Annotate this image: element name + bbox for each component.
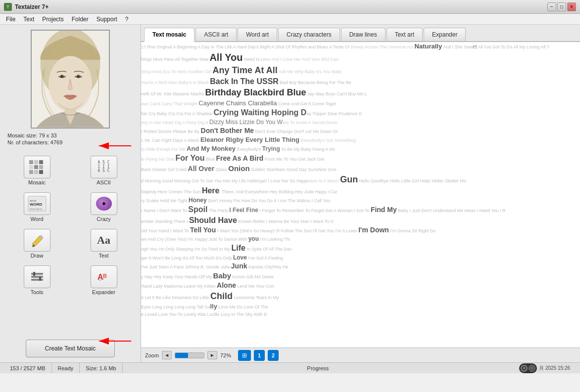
svg-rect-21	[31, 276, 43, 278]
mosaic-label: Mosaic	[28, 179, 46, 185]
tab-ascii-art[interactable]: ASCII art	[195, 28, 237, 41]
tab-crazy-characters[interactable]: Crazy characters	[278, 28, 340, 41]
size-text: Size: 1.6 Mb	[86, 365, 116, 371]
zoom-right-arrow[interactable]: ►	[207, 351, 217, 359]
app-icon: T	[4, 3, 12, 11]
tool-mosaic[interactable]: Mosaic	[5, 154, 69, 187]
svg-text:B: B	[103, 273, 107, 279]
progress-text: Progress	[307, 365, 329, 371]
svg-rect-9	[34, 160, 38, 164]
mosaic-size: Mosaic size: 79 x 33	[7, 132, 62, 138]
expander-button[interactable]: A B	[91, 265, 117, 288]
zoom-left-arrow[interactable]: ◄	[162, 351, 172, 359]
menu-text[interactable]: Text	[19, 15, 38, 24]
window-title: Textaizer 7+	[15, 3, 48, 10]
bottom-toolbar: Zoom ◄ ► 72% ⊞ 1 2	[141, 348, 580, 362]
title-bar: T Textaizer 7+ − □ ×	[0, 0, 580, 14]
mosaic-button[interactable]	[24, 156, 50, 178]
menu-projects[interactable]: Projects	[38, 15, 67, 24]
draw-label: Draw	[31, 253, 44, 259]
tool-crazy[interactable]: ✦ Crazy	[72, 190, 136, 224]
svg-rect-14	[29, 170, 33, 174]
word-button[interactable]: word WORD Word Word	[24, 192, 50, 215]
svg-rect-8	[29, 160, 33, 164]
status-memory: 153 / 2527 MB	[4, 363, 52, 373]
create-mosaic-button[interactable]: Create Text Mosaic	[26, 340, 115, 357]
tool-word[interactable]: word WORD Word Word Word	[5, 190, 69, 224]
menu-support[interactable]: Support	[93, 15, 121, 24]
tool-expander[interactable]: A B Expander	[72, 263, 136, 297]
svg-rect-23	[31, 279, 43, 281]
svg-point-6	[79, 75, 80, 76]
svg-text:WORD: WORD	[30, 202, 43, 207]
zoom-label: Zoom	[145, 352, 159, 358]
tools-button[interactable]	[24, 265, 50, 288]
status-size: Size: 1.6 Mb	[80, 363, 122, 373]
status-datetime: + ○ 月 2025 15:26	[513, 363, 576, 373]
ascii-button[interactable]: A S C I I I A S C	[91, 156, 117, 178]
zoom-percent: 72%	[220, 352, 235, 358]
tabs-bar: Text mosaic ASCII art Word art Crazy cha…	[141, 25, 580, 42]
menu-folder[interactable]: Folder	[68, 15, 93, 24]
memory-text: 153 / 2527 MB	[10, 365, 46, 371]
text-label: Text	[98, 253, 108, 259]
svg-rect-13	[39, 165, 43, 169]
menu-file[interactable]: File	[2, 15, 19, 24]
tool-tools[interactable]: Tools	[5, 263, 69, 297]
status-bar: 153 / 2527 MB Ready Size: 1.6 Mb Progres…	[0, 362, 580, 373]
status-progress: Progress	[123, 365, 514, 371]
menu-bar: File Text Projects Folder Support ?	[0, 14, 580, 25]
nr-characters: Nr. of characters: 4769	[7, 139, 62, 145]
svg-rect-12	[34, 165, 38, 169]
text-button[interactable]: Aa	[91, 229, 117, 252]
expander-label: Expander	[92, 289, 115, 295]
main-container: Mosaic size: 79 x 33 Nr. of characters: …	[0, 25, 580, 362]
fit-button[interactable]: ⊞	[238, 350, 251, 361]
tools-grid: Mosaic A S C I I I A S C ASCII	[5, 154, 136, 297]
svg-rect-11	[29, 165, 33, 169]
svg-text:Word Word: Word Word	[30, 208, 42, 211]
svg-rect-15	[34, 170, 38, 174]
tab-text-art[interactable]: Text art	[387, 28, 423, 41]
tool-ascii[interactable]: A S C I I I A S C ASCII	[72, 154, 136, 187]
svg-rect-25	[39, 277, 41, 281]
left-panel: Mosaic size: 79 x 33 Nr. of characters: …	[0, 25, 141, 362]
zoom-slider-track	[175, 352, 204, 358]
right-panel: Text mosaic ASCII art Word art Crazy cha…	[141, 25, 580, 362]
svg-rect-22	[31, 273, 43, 275]
svg-rect-24	[33, 272, 35, 276]
ascii-label: ASCII	[97, 179, 111, 185]
tab-draw-lines[interactable]: Draw lines	[341, 28, 386, 41]
minimize-button[interactable]: −	[547, 2, 556, 11]
tool-draw[interactable]: Draw	[5, 227, 69, 261]
restore-button[interactable]: □	[557, 2, 566, 11]
svg-point-3	[61, 75, 64, 78]
tools-label: Tools	[31, 289, 44, 295]
svg-point-4	[77, 75, 80, 78]
svg-point-5	[62, 75, 63, 76]
crazy-label: Crazy	[97, 216, 111, 222]
preview-image	[31, 30, 110, 129]
crazy-button[interactable]: ✦	[91, 192, 117, 215]
status-ready: Ready	[52, 363, 80, 373]
page2-button[interactable]: 2	[268, 350, 279, 361]
tool-text[interactable]: Aa Text	[72, 227, 136, 261]
draw-button[interactable]	[24, 229, 50, 252]
ready-text: Ready	[58, 365, 74, 371]
tab-text-mosaic[interactable]: Text mosaic	[144, 28, 194, 42]
tab-word-art[interactable]: Word art	[238, 28, 277, 41]
datetime-text: 月 2025 15:26	[539, 365, 570, 372]
mosaic-info: Mosaic size: 79 x 33 Nr. of characters: …	[7, 132, 62, 146]
page1-button[interactable]: 1	[254, 350, 265, 361]
tab-expander[interactable]: Expander	[424, 28, 466, 41]
svg-rect-10	[39, 160, 43, 164]
close-button[interactable]: ×	[567, 2, 576, 11]
canvas-area: 1? Rne Original A Beginning A Day In The…	[141, 42, 580, 348]
svg-rect-16	[39, 170, 43, 174]
menu-help[interactable]: ?	[121, 15, 133, 24]
mosaic-text-layer: 1? Rne Original A Beginning A Day In The…	[141, 42, 580, 348]
word-label: Word	[30, 216, 43, 222]
